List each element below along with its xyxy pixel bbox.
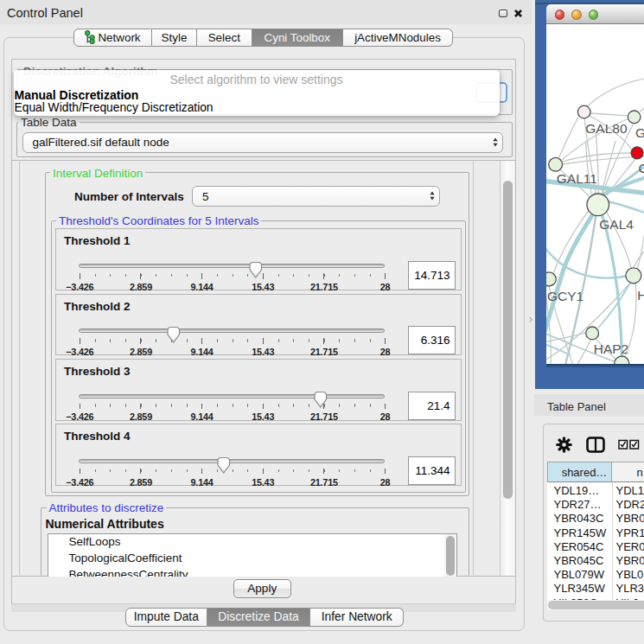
svg-text:CM: CM <box>638 161 644 175</box>
svg-text:GA: GA <box>635 125 644 140</box>
svg-text:GAL11: GAL11 <box>556 171 596 186</box>
svg-text:GAL4: GAL4 <box>599 216 634 231</box>
svg-text:HIS4: HIS4 <box>637 287 644 302</box>
svg-text:GCY1: GCY1 <box>546 288 583 303</box>
svg-text:GAL80: GAL80 <box>585 120 628 135</box>
svg-text:HAP2: HAP2 <box>593 341 628 356</box>
